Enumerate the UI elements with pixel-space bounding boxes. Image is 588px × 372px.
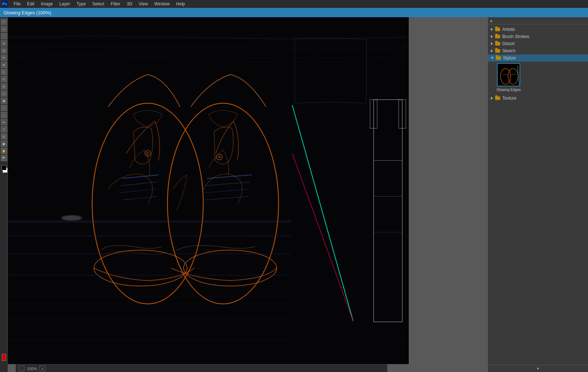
tool-move[interactable]: ↖: [1, 19, 7, 25]
folder-artistic-icon: [495, 28, 500, 31]
glowing-edges-label: Glowing Edges: [497, 88, 521, 92]
folder-brush-strokes-icon: [495, 35, 500, 38]
filter-category-texture[interactable]: Texture: [488, 95, 588, 102]
tool-clone[interactable]: ⊙: [1, 76, 7, 82]
tool-heal[interactable]: ⊕: [1, 62, 7, 68]
tool-magic-wand[interactable]: ✦: [1, 40, 7, 47]
title-text: Glowing Edges (100%): [4, 10, 51, 15]
svg-point-38: [63, 216, 81, 220]
filter-category-distort[interactable]: Distort: [488, 40, 588, 47]
tool-hand[interactable]: ✋: [1, 148, 7, 154]
svg-point-42: [218, 156, 221, 158]
left-toolbar: ↖ ▭ ⌒ ✦ ⊡ ✒ ⊕ ✏ ⊙ ⊘ ◻ ▦ ◌ ○ ✒ T ⊡ ◼ ✋ 🔍: [0, 17, 8, 372]
filter-list: Artistic Brush Strokes Distort Sketch: [488, 24, 588, 365]
tool-blur[interactable]: ◌: [1, 105, 7, 111]
menu-file[interactable]: File: [11, 1, 23, 7]
tool-eraser[interactable]: ◻: [1, 90, 7, 97]
stylize-content: Glowing Edges: [488, 62, 588, 95]
menu-select[interactable]: Select: [89, 1, 107, 7]
menu-layer[interactable]: Layer: [56, 1, 73, 7]
titlebar: Glowing Edges (100%): [0, 8, 588, 17]
tool-gradient[interactable]: ▦: [1, 97, 7, 104]
tool-text[interactable]: T: [1, 126, 7, 133]
quick-mask-button[interactable]: [2, 354, 6, 361]
filter-category-sketch[interactable]: Sketch: [488, 47, 588, 54]
filter-category-stylize[interactable]: Stylize: [488, 54, 588, 62]
tool-eyedropper[interactable]: ✒: [1, 54, 7, 61]
tool-lasso[interactable]: ⌒: [1, 33, 7, 39]
menubar: Ps File Edit Image Layer Type Select Fil…: [0, 0, 588, 8]
menu-3d[interactable]: 3D: [124, 1, 135, 7]
folder-sketch-icon: [495, 49, 500, 53]
collapse-stylize-icon: [491, 57, 494, 59]
menu-type[interactable]: Type: [74, 1, 89, 7]
svg-rect-43: [498, 64, 520, 86]
tool-shape[interactable]: ◼: [1, 140, 7, 147]
expand-brush-strokes-icon: [491, 35, 493, 38]
tool-crop[interactable]: ⊡: [1, 47, 7, 54]
filter-category-texture-label: Texture: [502, 96, 516, 101]
filter-category-artistic-label: Artistic: [502, 27, 515, 32]
panel-scroll-down-icon: ▼: [536, 367, 540, 371]
canvas-svg: [8, 17, 409, 364]
menu-window[interactable]: Window: [152, 1, 173, 7]
menu-filter[interactable]: Filter: [108, 1, 123, 7]
menu-help[interactable]: Help: [173, 1, 188, 7]
main-layout: ↖ ▭ ⌒ ✦ ⊡ ✒ ⊕ ✏ ⊙ ⊘ ◻ ▦ ◌ ○ ✒ T ⊡ ◼ ✋ 🔍: [0, 17, 588, 372]
panel-top-arrow: ▲: [488, 17, 588, 24]
bottom-status-bar: - 100% +: [16, 364, 387, 372]
svg-point-40: [146, 152, 149, 155]
filter-category-stylize-label: Stylize: [503, 56, 516, 61]
filter-category-brush-strokes-label: Brush Strokes: [502, 34, 529, 39]
folder-texture-icon: [495, 96, 500, 100]
right-panel: ▲ Artistic Brush Strokes Distort: [488, 17, 588, 372]
glowing-edges-thumbnail[interactable]: [497, 63, 520, 86]
svg-rect-0: [8, 17, 409, 364]
expand-texture-icon: [491, 97, 493, 100]
menu-image[interactable]: Image: [38, 1, 56, 7]
tool-select[interactable]: ▭: [1, 26, 7, 32]
canvas-area: - 100% +: [8, 17, 488, 372]
menu-view[interactable]: View: [136, 1, 151, 7]
panel-bottom-arrow[interactable]: ▼: [488, 365, 588, 372]
tool-dodge[interactable]: ○: [1, 112, 7, 118]
glowing-edges-container: Glowing Edges: [497, 63, 521, 92]
filter-category-distort-label: Distort: [502, 41, 515, 46]
folder-stylize-icon: [496, 56, 501, 60]
tool-zoom[interactable]: 🔍: [1, 155, 7, 161]
tool-path[interactable]: ⊡: [1, 133, 7, 140]
filter-category-brush-strokes[interactable]: Brush Strokes: [488, 33, 588, 40]
expand-artistic-icon: [491, 28, 493, 31]
expand-distort-icon: [491, 42, 493, 45]
folder-distort-icon: [495, 42, 500, 46]
zoom-out-button[interactable]: -: [19, 366, 24, 371]
panel-scroll-up[interactable]: ▲: [489, 19, 493, 23]
menu-edit[interactable]: Edit: [24, 1, 37, 7]
filter-category-sketch-label: Sketch: [502, 48, 516, 53]
tool-history[interactable]: ⊘: [1, 83, 7, 90]
canvas-image: [8, 17, 409, 364]
foreground-color-swatch[interactable]: [1, 165, 6, 170]
tool-brush[interactable]: ✏: [1, 69, 7, 75]
tool-pen[interactable]: ✒: [1, 119, 7, 125]
zoom-in-button[interactable]: +: [39, 366, 45, 371]
app-icon: Ps: [1, 1, 8, 7]
expand-sketch-icon: [491, 49, 493, 52]
filter-category-artistic[interactable]: Artistic: [488, 26, 588, 33]
zoom-level: - 100% +: [19, 366, 45, 371]
